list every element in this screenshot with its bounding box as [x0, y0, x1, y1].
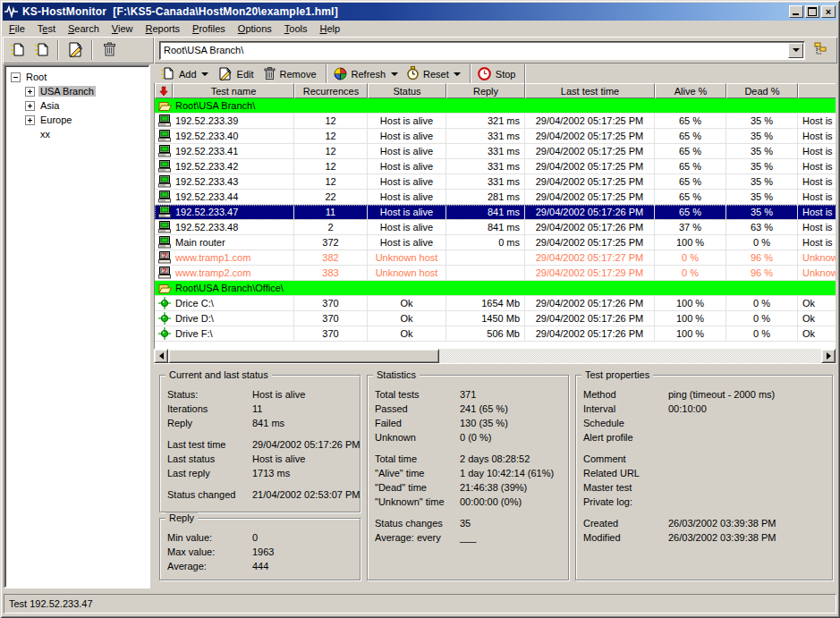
cell-alive-: 100 %	[655, 296, 726, 310]
edit-button[interactable]: Edit	[215, 65, 260, 83]
menu-tools[interactable]: Tools	[278, 21, 314, 36]
column-header-dead-[interactable]: Dead %	[726, 83, 798, 98]
property-row: Last statusHost is alive	[167, 453, 352, 465]
group-row[interactable]: Root\USA Branch\	[155, 98, 836, 114]
table-row[interactable]: Drice C:\370Ok1654 Mb29/04/2002 05:17:26…	[155, 296, 836, 311]
tree-item-asia[interactable]: Asia	[7, 98, 147, 113]
column-header-last-test-time[interactable]: Last test time	[525, 83, 655, 98]
close-button[interactable]: ×	[821, 5, 836, 18]
folder-tree-button[interactable]	[810, 39, 832, 61]
table-row[interactable]: 192.52.233.4422Host is alive281 ms29/04/…	[155, 190, 836, 205]
add-button[interactable]: Add	[157, 65, 203, 83]
field-label: Last status	[167, 453, 252, 465]
field-value: 21:46:38 (39%)	[460, 481, 527, 494]
property-row: Created26/03/2002 03:39:38 PM	[583, 517, 825, 529]
refresh-button[interactable]: Refresh	[330, 65, 393, 83]
delete-button[interactable]	[98, 39, 120, 61]
table-row[interactable]: 192.52.233.4212Host is alive331 ms29/04/…	[155, 159, 836, 174]
cell-last-status: Unknown host	[798, 250, 836, 265]
cell-alive-: 0 %	[655, 266, 726, 280]
column-header-recurrences[interactable]: Recurrences	[294, 83, 368, 98]
menu-view[interactable]: View	[106, 21, 140, 36]
minimize-button[interactable]	[789, 5, 803, 18]
menu-search[interactable]: Search	[62, 21, 106, 36]
field-value: 11	[252, 402, 262, 415]
reset-dropdown-button[interactable]	[452, 66, 463, 82]
field-label: Status changed	[167, 488, 252, 501]
menu-options[interactable]: Options	[232, 21, 278, 36]
test-name-cell: Drive D:\	[155, 311, 294, 326]
horizontal-scrollbar[interactable]	[154, 349, 836, 363]
maximize-button[interactable]	[805, 5, 819, 18]
table-row[interactable]: 192.52.233.4711Host is alive841 ms29/04/…	[155, 205, 836, 220]
tree-item-root[interactable]: Root	[7, 70, 147, 84]
scrollbar-thumb[interactable]	[168, 349, 439, 363]
collapse-minus-icon[interactable]	[11, 72, 21, 82]
table-row[interactable]: ?www.tramp2.com383Unknown host29/04/2002…	[155, 266, 836, 281]
cell-dead-: 35 %	[726, 174, 798, 189]
table-row[interactable]: ?www.tramp1.com382Unknown host29/04/2002…	[155, 250, 836, 266]
group-label: Root\USA Branch\Office\	[175, 281, 284, 295]
cell-alive-: 0 %	[655, 250, 726, 265]
field-value: 444	[252, 560, 268, 572]
new-testlist-button[interactable]	[6, 39, 28, 61]
menu-help[interactable]: Help	[313, 21, 346, 36]
groupbox-title: Test properties	[581, 369, 653, 380]
table-row[interactable]: 192.52.233.3912Host is alive321 ms29/04/…	[155, 114, 836, 129]
column-header-reply[interactable]: Reply	[446, 83, 525, 98]
column-header-last-status[interactable]: Last status	[798, 83, 836, 98]
expand-plus-icon[interactable]	[25, 87, 35, 97]
table-row[interactable]: 192.52.233.482Host is alive841 ms29/04/2…	[155, 220, 836, 235]
refresh-dropdown-button[interactable]	[388, 66, 400, 82]
field-label: Failed	[375, 417, 460, 429]
app-window: KS-HostMonitor [F:\KS5-Canada\HostMon20\…	[0, 0, 840, 618]
menu-file[interactable]: File	[3, 21, 31, 36]
cell-reply: 1450 Mb	[446, 311, 525, 326]
table-row[interactable]: 192.52.233.4112Host is alive331 ms29/04/…	[155, 144, 836, 159]
table-row[interactable]: Main router372Host is alive0 ms29/04/200…	[155, 235, 836, 250]
cell-recurrences: 2	[294, 220, 368, 234]
combo-dropdown-button[interactable]	[788, 43, 803, 58]
column-header-test-name[interactable]: Test name	[173, 83, 294, 98]
edit-document-icon	[67, 42, 83, 59]
scroll-right-button[interactable]	[821, 349, 836, 363]
menu-reports[interactable]: Reports	[140, 21, 187, 36]
scrollbar-track[interactable]	[439, 349, 821, 363]
menu-profiles[interactable]: Profiles	[186, 21, 232, 36]
column-header-alive-[interactable]: Alive %	[655, 83, 726, 98]
tree-item-europe[interactable]: Europe	[7, 113, 147, 127]
menu-test[interactable]: Test	[31, 21, 62, 36]
tree-item-xx[interactable]: xx	[7, 127, 147, 141]
cell-status: Host is alive	[368, 205, 446, 219]
folder-path-combobox[interactable]: Root\USA Branch\	[159, 41, 805, 60]
edit-list-button[interactable]	[64, 39, 86, 61]
new-folder-button[interactable]	[30, 39, 52, 61]
reset-button[interactable]: Reset	[403, 65, 455, 83]
table-row[interactable]: Drive F:\370Ok506 Mb29/04/2002 05:17:26 …	[155, 326, 836, 342]
expand-plus-icon[interactable]	[25, 101, 35, 111]
cell-alive-: 100 %	[655, 326, 726, 341]
table-row[interactable]: Drive D:\370Ok1450 Mb29/04/2002 05:17:26…	[155, 311, 836, 326]
sort-header-cell[interactable]	[155, 83, 173, 98]
reply-groupbox: Reply Min value:0Max value:1963Average:4…	[159, 518, 361, 580]
field-value: 29/04/2002 05:17:26 PM	[252, 438, 360, 451]
cell-dead-: 96 %	[726, 266, 798, 280]
property-row: Failed130 (35 %)	[375, 417, 561, 429]
column-header-status[interactable]: Status	[368, 83, 446, 98]
cell-dead-: 63 %	[726, 220, 798, 234]
test-name: Main router	[175, 235, 225, 250]
field-value: 2 days 08:28:52	[460, 453, 530, 465]
table-row[interactable]: 192.52.233.4012Host is alive331 ms29/04/…	[155, 129, 836, 144]
property-row: Methodping (timeout - 2000 ms)	[583, 388, 825, 401]
add-dropdown-button[interactable]	[199, 66, 211, 82]
table-row[interactable]: 192.52.233.4312Host is alive331 ms29/04/…	[155, 174, 836, 190]
test-properties-groupbox: Test properties Methodping (timeout - 20…	[575, 375, 833, 580]
expand-plus-icon[interactable]	[25, 115, 35, 125]
remove-button[interactable]: Remove	[260, 65, 323, 83]
stop-button[interactable]: Stop	[474, 65, 522, 83]
scroll-left-button[interactable]	[154, 349, 168, 363]
cell-alive-: 37 %	[655, 220, 726, 234]
tree-item-usa-branch[interactable]: USA Branch	[7, 84, 147, 98]
test-toolbar: Add Edit Remove Refresh Reset	[154, 65, 836, 83]
group-row[interactable]: Root\USA Branch\Office\	[155, 281, 836, 296]
